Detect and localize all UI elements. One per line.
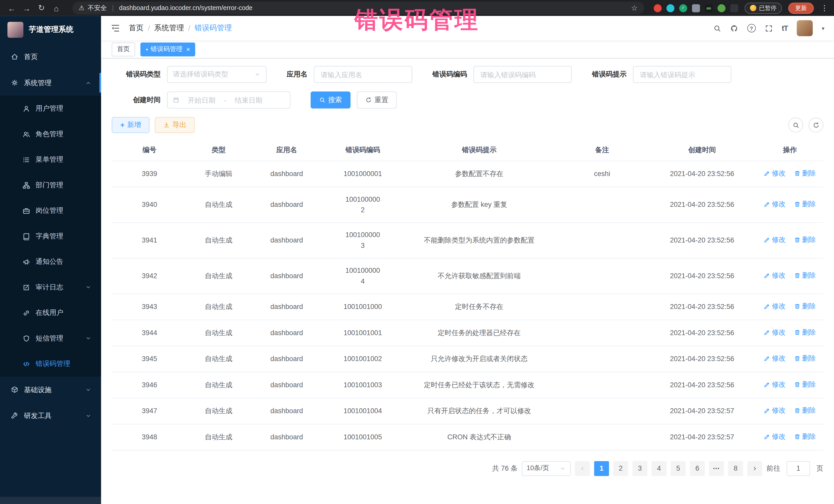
record-extension-icon[interactable] [654,4,662,12]
add-button[interactable]: + 新增 [112,117,150,133]
tag-errcode-active[interactable]: ● 错误码管理 × [140,42,195,56]
delete-link[interactable]: 删除 [794,270,816,281]
edit-link[interactable]: 修改 [764,270,786,281]
sidebar-item-label: 首页 [24,52,38,61]
app-name-input[interactable] [320,70,407,79]
edit-link[interactable]: 修改 [764,431,786,442]
page-button-4[interactable]: 4 [652,461,666,476]
end-date-input[interactable] [229,95,268,105]
goto-page-input[interactable] [787,461,810,476]
delete-link[interactable]: 删除 [794,199,816,209]
tag-home[interactable]: 首页 [112,42,135,56]
fullscreen-icon[interactable] [765,24,773,32]
sidebar-item-dicts[interactable]: 字典管理 [0,223,101,249]
menu-kebab-icon[interactable]: ⋮ [820,4,829,12]
cell-ops: 修改 删除 [756,320,823,346]
delete-link[interactable]: 删除 [794,353,816,364]
reset-button[interactable]: 重置 [357,92,397,109]
edit-link[interactable]: 修改 [764,353,786,364]
page-button-3[interactable]: 3 [632,461,647,476]
start-date-input[interactable] [182,95,221,105]
sidebar-item-system[interactable]: 系统管理 [0,70,101,96]
error-msg-input[interactable] [639,70,725,79]
cell-type: 自动生成 [187,398,250,424]
drop-extension-icon[interactable] [666,4,674,12]
home-button[interactable]: ⌂ [50,3,63,12]
edit-link[interactable]: 修改 [764,168,786,178]
back-button[interactable]: ← [5,3,18,12]
delete-link[interactable]: 删除 [794,405,816,415]
sidebar-item-audit[interactable]: 审计日志 [0,275,101,300]
search-button[interactable]: 搜索 [310,92,350,109]
error-code-field [474,66,572,83]
edit-link[interactable]: 修改 [764,301,786,311]
page-button-8[interactable]: 8 [728,461,743,476]
github-icon[interactable] [730,24,738,32]
sidebar-item-notices[interactable]: 通知公告 [0,249,101,274]
tag-label: 错误码管理 [151,45,182,53]
address-bar[interactable]: ⚠ 不安全 | dashboard.yudao.iocoder.cn/syste… [72,2,644,14]
sidebar-item-posts[interactable]: 岗位管理 [0,198,101,223]
refresh-table-button[interactable] [809,117,824,132]
onoff-extension-icon[interactable]: on [705,4,712,12]
sidebar-item-online[interactable]: 在线用户 [0,300,101,325]
more-pages-button[interactable]: ••• [709,461,724,476]
pin-extension-icon[interactable] [730,4,738,12]
caret-down-icon[interactable]: ▾ [822,25,824,31]
error-code-input[interactable] [479,70,566,79]
bookmark-star-icon[interactable]: ☆ [631,4,638,12]
sidebar-item-devtools[interactable]: 研发工具 [0,403,101,429]
leaf-extension-icon[interactable] [718,4,725,12]
page-button-2[interactable]: 2 [613,461,628,476]
sidebar-item-roles[interactable]: 角色管理 [0,122,101,147]
sidebar-item-depts[interactable]: 部门管理 [0,172,101,198]
delete-link[interactable]: 删除 [794,431,816,442]
breadcrumb-home[interactable]: 首页 [129,23,144,33]
check-extension-icon[interactable]: ✓ [679,4,687,12]
edit-link[interactable]: 修改 [764,405,786,415]
sidebar-item-menus[interactable]: 菜单管理 [0,147,101,172]
help-icon[interactable]: ? [747,24,756,32]
next-page-button[interactable] [747,461,762,476]
edit-link[interactable]: 修改 [764,327,786,337]
people-extension-icon[interactable] [692,4,700,12]
edit-link[interactable]: 修改 [764,199,786,209]
system-submenu: 用户管理 角色管理 菜单管理 部门管理 [0,96,101,376]
breadcrumb-system[interactable]: 系统管理 [154,23,184,33]
close-icon[interactable]: × [186,45,190,53]
hamburger-fold-icon[interactable] [111,23,120,33]
sidebar-item-infra[interactable]: 基础设施 [0,376,101,403]
date-range-picker[interactable]: - [167,92,290,109]
update-button[interactable]: 更新 [788,2,814,14]
export-button[interactable]: 导出 [155,117,195,133]
font-size-icon[interactable]: tT [782,24,788,32]
cell-time: 2021-04-20 23:52:56 [648,161,756,187]
user-avatar[interactable] [797,20,813,36]
delete-link[interactable]: 删除 [794,168,816,178]
edit-link[interactable]: 修改 [764,379,786,390]
sidebar-collapse-bar[interactable] [0,497,101,504]
sidebar-item-errcode[interactable]: 错误码管理 [0,351,101,376]
page-size-select[interactable]: 10条/页 [522,461,571,476]
logo[interactable]: 芋道管理系统 [0,16,101,44]
error-type-select[interactable]: 请选择错误码类型 [167,66,267,83]
reload-button[interactable]: ↻ [35,3,48,13]
sidebar-item-home[interactable]: 首页 [0,44,101,70]
toggle-search-button[interactable] [788,117,803,132]
delete-link[interactable]: 删除 [794,301,816,311]
page-button-5[interactable]: 5 [671,461,686,476]
delete-link[interactable]: 删除 [794,379,816,390]
paused-badge[interactable]: 已暂停 [745,2,782,14]
forward-button[interactable]: → [20,3,33,12]
delete-link[interactable]: 删除 [794,327,816,337]
page-button-6[interactable]: 6 [690,461,705,476]
page-button-1[interactable]: 1 [594,461,609,476]
sidebar-item-sms[interactable]: 短信管理 [0,325,101,351]
sidebar-item-users[interactable]: 用户管理 [0,96,101,121]
search-icon[interactable] [713,24,721,32]
chevron-down-icon [85,335,92,342]
delete-link[interactable]: 删除 [794,234,816,245]
prev-page-button[interactable] [575,461,590,476]
edit-link[interactable]: 修改 [764,234,786,245]
cell-time: 2021-04-20 23:52:56 [648,222,756,258]
